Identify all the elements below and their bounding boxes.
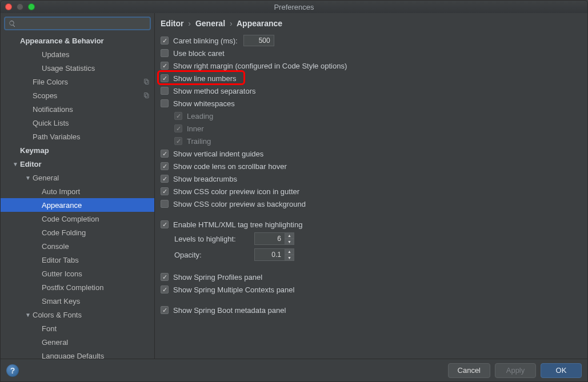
opacity-input[interactable] (254, 248, 285, 261)
sidebar-item[interactable]: Quick Lists (1, 116, 154, 130)
content-pane: Editor › General › Appearance Caret blin… (155, 13, 587, 359)
enable-tag-tree-row: Enable HTML/XML tag tree highlighting (161, 219, 582, 230)
spring-contexts-checkbox[interactable] (161, 286, 169, 293)
show-right-margin-label: Show right margin (configured in Code St… (173, 62, 347, 70)
breadcrumb-segment: Editor (161, 19, 183, 28)
sidebar-item[interactable]: Smart Keys (1, 294, 154, 308)
zoom-icon[interactable] (28, 3, 35, 10)
whitespace-leading-row: Leading (161, 110, 582, 122)
show-line-numbers-label: Show line numbers (173, 74, 237, 83)
sidebar-item-label: Console (42, 242, 150, 251)
show-breadcrumbs-label: Show breadcrumbs (173, 175, 237, 183)
disclosure-arrow-icon: ▼ (25, 312, 31, 318)
sidebar-item-label: Editor Tabs (42, 256, 150, 264)
close-icon[interactable] (5, 3, 12, 10)
vertical-indent-label: Show vertical indent guides (173, 150, 263, 158)
spring-profiles-checkbox[interactable] (161, 273, 169, 281)
sidebar-item[interactable]: ▼Editor (1, 157, 154, 171)
chevron-up-icon[interactable]: ▲ (285, 248, 294, 255)
show-line-numbers-checkbox[interactable] (161, 74, 169, 82)
search-field[interactable] (4, 17, 151, 30)
cancel-button[interactable]: Cancel (448, 363, 490, 378)
caret-blinking-checkbox[interactable] (161, 37, 169, 45)
show-breadcrumbs-row: Show breadcrumbs (161, 173, 582, 184)
css-background-label: Show CSS color preview as background (173, 200, 306, 208)
sidebar-item[interactable]: General (1, 335, 154, 349)
sidebar-item-label: Gutter Icons (42, 270, 150, 278)
search-input[interactable] (19, 19, 146, 28)
whitespace-inner-checkbox (174, 124, 182, 132)
css-background-checkbox[interactable] (161, 200, 169, 208)
sidebar-item[interactable]: Gutter Icons (1, 267, 154, 280)
preferences-tree[interactable]: Appearance & BehaviorUpdatesUsage Statis… (1, 34, 154, 359)
sidebar-item[interactable]: Editor Tabs (1, 253, 154, 267)
code-lens-label: Show code lens on scrollbar hover (173, 162, 287, 171)
code-lens-checkbox[interactable] (161, 162, 169, 170)
spring-boot-label: Show Spring Boot metadata panel (173, 306, 286, 315)
help-icon[interactable]: ? (6, 364, 19, 377)
levels-input[interactable] (254, 232, 285, 245)
minimize-icon[interactable] (17, 3, 23, 10)
sidebar-item-label: File Colors (33, 78, 143, 86)
use-block-caret-row: Use block caret (161, 47, 582, 59)
disclosure-arrow-icon: ▼ (12, 161, 19, 167)
code-lens-row: Show code lens on scrollbar hover (161, 160, 582, 172)
sidebar-item[interactable]: Console (1, 239, 154, 253)
disclosure-arrow-icon: ▼ (25, 175, 31, 181)
footer: ? Cancel Apply OK (1, 359, 587, 381)
window-controls (5, 3, 35, 10)
apply-button[interactable]: Apply (495, 363, 536, 378)
show-method-separators-checkbox[interactable] (161, 87, 169, 95)
show-right-margin-row: Show right margin (configured in Code St… (161, 60, 582, 71)
caret-blinking-row: Caret blinking (ms): (161, 35, 582, 46)
spring-contexts-label: Show Spring Multiple Contexts panel (173, 286, 294, 294)
chevron-down-icon[interactable]: ▼ (285, 255, 294, 261)
preferences-window: Preferences Appearance & BehaviorUpdates… (0, 0, 588, 382)
breadcrumb: Editor › General › Appearance (155, 13, 587, 33)
spring-contexts-row: Show Spring Multiple Contexts panel (161, 284, 582, 295)
sidebar-item[interactable]: ▼Colors & Fonts (1, 308, 154, 321)
enable-tag-tree-checkbox[interactable] (161, 220, 169, 228)
sidebar-item[interactable]: Scopes (1, 89, 154, 102)
levels-label: Levels to highlight: (174, 235, 249, 243)
sidebar-item[interactable]: Auto Import (1, 184, 154, 198)
sidebar-item-label: Notifications (33, 105, 150, 114)
sidebar-item-label: Keymap (20, 146, 150, 155)
spring-boot-checkbox[interactable] (161, 306, 169, 314)
caret-blinking-input[interactable] (243, 35, 274, 46)
sidebar-item-label: Auto Import (42, 187, 150, 196)
sidebar-item[interactable]: ▼General (1, 171, 154, 184)
enable-tag-tree-label: Enable HTML/XML tag tree highlighting (173, 220, 302, 229)
sidebar-item[interactable]: Path Variables (1, 130, 154, 143)
sidebar-item[interactable]: File Colors (1, 75, 154, 89)
use-block-caret-checkbox[interactable] (161, 49, 169, 57)
sidebar-item-label: Appearance (42, 201, 150, 210)
sidebar-item-label: Colors & Fonts (33, 311, 150, 319)
show-breadcrumbs-checkbox[interactable] (161, 175, 169, 183)
opacity-label: Opacity: (174, 251, 249, 259)
vertical-indent-checkbox[interactable] (161, 150, 169, 158)
show-whitespaces-checkbox[interactable] (161, 99, 169, 107)
sidebar-item[interactable]: Keymap (1, 143, 154, 157)
chevron-right-icon: › (230, 19, 233, 28)
sidebar-item[interactable]: Language Defaults (1, 349, 154, 359)
sidebar-item[interactable]: Code Completion (1, 212, 154, 226)
sidebar-item[interactable]: Code Folding (1, 226, 154, 239)
css-background-row: Show CSS color preview as background (161, 198, 582, 210)
chevron-down-icon[interactable]: ▼ (285, 239, 294, 245)
ok-button[interactable]: OK (541, 363, 582, 378)
sidebar-item[interactable]: Appearance (1, 198, 154, 212)
sidebar-item[interactable]: Usage Statistics (1, 61, 154, 75)
levels-stepper[interactable]: ▲▼ (254, 232, 294, 245)
sidebar-item[interactable]: Appearance & Behavior (1, 34, 154, 47)
sidebar-item[interactable]: Updates (1, 47, 154, 61)
breadcrumb-segment: Appearance (237, 19, 282, 28)
sidebar-item[interactable]: Postfix Completion (1, 280, 154, 294)
sidebar-item-label: Updates (42, 50, 150, 59)
chevron-up-icon[interactable]: ▲ (285, 232, 294, 239)
css-gutter-checkbox[interactable] (161, 187, 169, 195)
sidebar-item[interactable]: Notifications (1, 102, 154, 116)
sidebar-item[interactable]: Font (1, 321, 154, 335)
opacity-stepper[interactable]: ▲▼ (254, 248, 294, 261)
show-right-margin-checkbox[interactable] (161, 62, 169, 70)
